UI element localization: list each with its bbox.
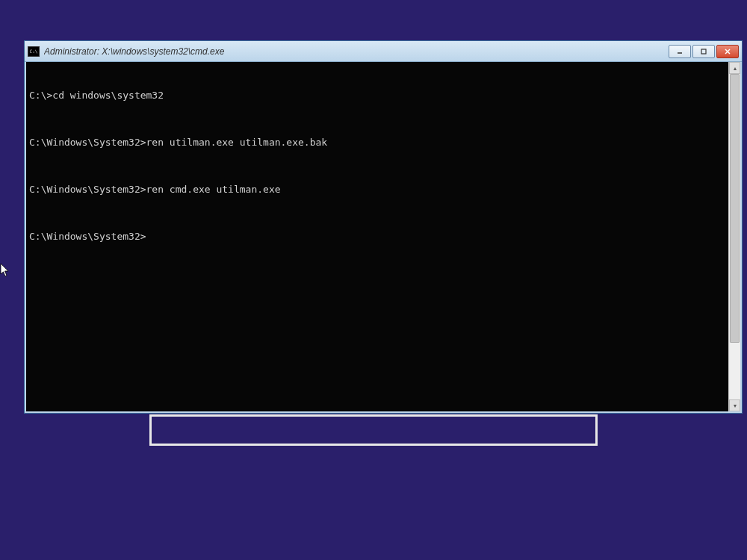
terminal-line: C:\Windows\System32>ren cmd.exe utilman.… xyxy=(29,184,725,196)
titlebar[interactable]: Administrator: X:\windows\system32\cmd.e… xyxy=(25,41,742,62)
scroll-thumb[interactable] xyxy=(730,74,740,343)
cmd-window: Administrator: X:\windows\system32\cmd.e… xyxy=(24,40,743,414)
terminal-line: C:\Windows\System32>ren utilman.exe util… xyxy=(29,137,725,149)
terminal-line: C:\Windows\System32> xyxy=(29,231,725,243)
cmd-icon xyxy=(28,46,40,57)
mouse-cursor-icon xyxy=(0,263,10,278)
minimize-button[interactable] xyxy=(669,45,691,58)
terminal-output[interactable]: C:\>cd windows\system32 C:\Windows\Syste… xyxy=(26,62,728,411)
window-controls xyxy=(669,45,739,58)
svg-rect-1 xyxy=(701,49,706,54)
window-title: Administrator: X:\windows\system32\cmd.e… xyxy=(44,46,669,57)
maximize-button[interactable] xyxy=(692,45,715,58)
scroll-down-arrow-icon[interactable]: ▾ xyxy=(729,399,740,411)
scroll-up-arrow-icon[interactable]: ▴ xyxy=(729,62,740,74)
terminal-container: C:\>cd windows\system32 C:\Windows\Syste… xyxy=(25,62,742,413)
scroll-track[interactable] xyxy=(729,74,740,399)
close-button[interactable] xyxy=(716,45,739,58)
terminal-line: C:\>cd windows\system32 xyxy=(29,90,725,102)
background-dialog-remnant xyxy=(149,414,598,446)
vertical-scrollbar[interactable]: ▴ ▾ xyxy=(728,62,740,411)
